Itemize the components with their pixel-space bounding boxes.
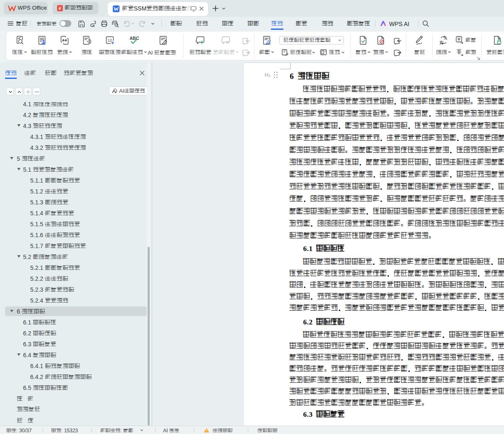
svg-text:12: 12 [108,38,112,42]
svg-text:ABC: ABC [130,36,139,41]
